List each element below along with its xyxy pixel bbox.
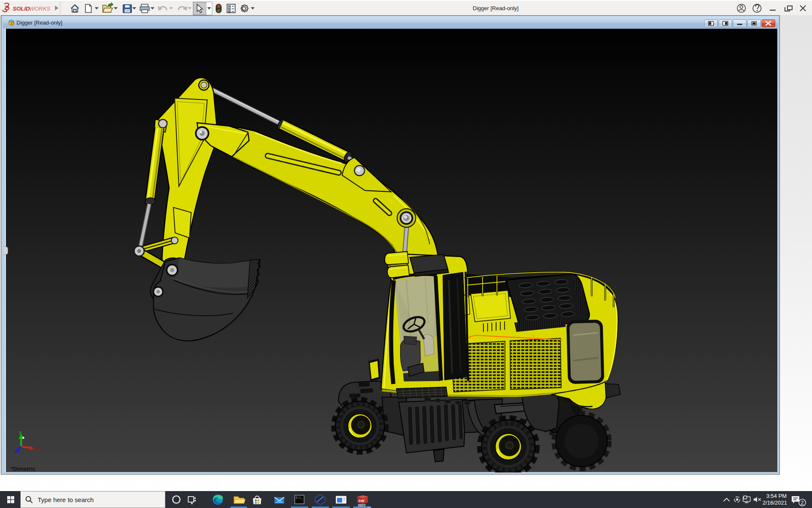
- svg-text:Y: Y: [19, 431, 22, 436]
- svg-text:2: 2: [801, 500, 804, 506]
- svg-text:SW: SW: [358, 499, 365, 503]
- svg-text:*Dimetric: *Dimetric: [11, 466, 36, 472]
- svg-text:SOLID: SOLID: [13, 6, 30, 12]
- svg-text:WORKS: WORKS: [29, 6, 50, 12]
- svg-text:C:\_: C:\_: [296, 497, 303, 500]
